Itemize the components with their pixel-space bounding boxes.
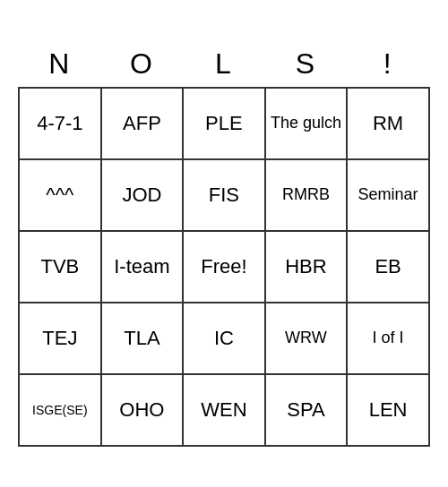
table-row: TVBI-teamFree!HBREB bbox=[19, 231, 429, 303]
bingo-cell: FIS bbox=[183, 159, 265, 231]
bingo-cell: PLE bbox=[183, 88, 265, 159]
bingo-cell: TEJ bbox=[19, 303, 101, 374]
bingo-cell: 4-7-1 bbox=[19, 88, 101, 159]
table-row: ISGE(SE)OHOWENSPALEN bbox=[19, 374, 429, 446]
bingo-cell: LEN bbox=[347, 374, 429, 446]
bingo-cell: TLA bbox=[101, 303, 183, 374]
bingo-cell: WRW bbox=[265, 303, 348, 374]
bingo-cell: WEN bbox=[183, 374, 265, 446]
bingo-cell: RM bbox=[347, 88, 429, 159]
header-cell: L bbox=[183, 41, 265, 88]
bingo-cell: JOD bbox=[101, 159, 183, 231]
bingo-cell: IC bbox=[183, 303, 265, 374]
bingo-cell: ISGE(SE) bbox=[19, 374, 101, 446]
header-cell: O bbox=[101, 41, 183, 88]
table-row: TEJTLAICWRWI of I bbox=[19, 303, 429, 374]
bingo-cell: RMRB bbox=[265, 159, 348, 231]
table-row: ^^^JODFISRMRBSeminar bbox=[19, 159, 429, 231]
bingo-card: NOLS! 4-7-1AFPPLEThe gulchRM^^^JODFISRMR… bbox=[18, 41, 430, 447]
table-row: 4-7-1AFPPLEThe gulchRM bbox=[19, 88, 429, 159]
header-cell: S bbox=[265, 41, 348, 88]
bingo-cell: I of I bbox=[347, 303, 429, 374]
bingo-cell: TVB bbox=[19, 231, 101, 303]
bingo-cell: I-team bbox=[101, 231, 183, 303]
bingo-cell: Free! bbox=[183, 231, 265, 303]
bingo-cell: ^^^ bbox=[19, 159, 101, 231]
bingo-cell: EB bbox=[347, 231, 429, 303]
bingo-cell: HBR bbox=[265, 231, 348, 303]
bingo-cell: AFP bbox=[101, 88, 183, 159]
bingo-cell: The gulch bbox=[265, 88, 348, 159]
bingo-cell: SPA bbox=[265, 374, 348, 446]
bingo-cell: Seminar bbox=[347, 159, 429, 231]
header-cell: ! bbox=[347, 41, 429, 88]
bingo-cell: OHO bbox=[101, 374, 183, 446]
header-cell: N bbox=[19, 41, 101, 88]
